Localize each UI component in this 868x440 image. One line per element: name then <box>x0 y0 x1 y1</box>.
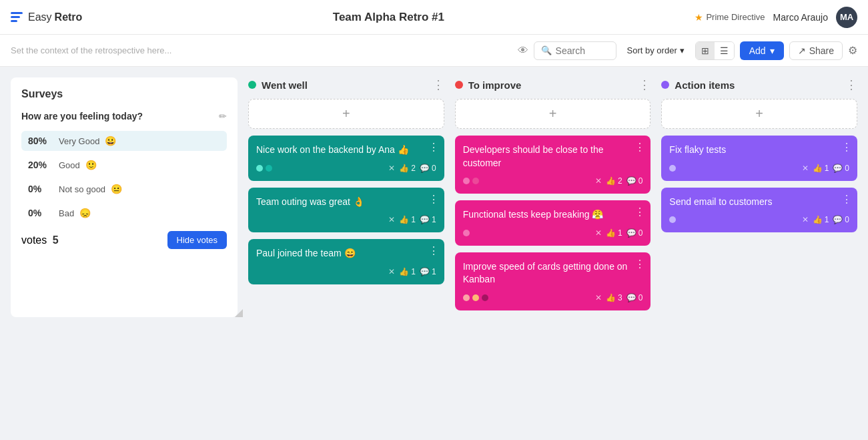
survey-emoji-2: 😐 <box>111 184 122 194</box>
card-dots-7 <box>669 165 676 172</box>
card-comment-4[interactable]: 💬 0 <box>626 176 643 186</box>
card-dots-5 <box>463 230 470 236</box>
card-menu-button-6[interactable]: ⋮ <box>634 258 645 270</box>
card-actions-1: ✕ 👍 2 💬 0 <box>388 164 436 173</box>
card-comment-5[interactable]: 💬 0 <box>626 228 643 238</box>
add-card-button-went-well[interactable]: + <box>248 99 444 129</box>
prime-directive-link[interactable]: ★ Prime Directive <box>695 12 765 23</box>
settings-button[interactable]: ⚙ <box>848 44 857 57</box>
column-menu-button-action-items[interactable]: ⋮ <box>845 77 857 92</box>
column-title-action-items: Action items <box>675 79 735 91</box>
card-menu-button-7[interactable]: ⋮ <box>841 141 852 154</box>
card-close-3[interactable]: ✕ <box>388 267 395 276</box>
card-close-6[interactable]: ✕ <box>595 293 602 302</box>
view-toggle: ⊞ ☰ <box>695 41 735 60</box>
card-3: ⋮ Paul joined the team 😄 ✕ 👍 1 💬 1 <box>248 239 444 284</box>
card-comment-7[interactable]: 💬 0 <box>833 164 849 173</box>
card-like-5[interactable]: 👍 1 <box>606 228 622 238</box>
survey-label-2: Not so good <box>59 184 105 194</box>
comment-icon-6: 💬 <box>626 293 636 302</box>
card-dot-4a <box>463 178 470 184</box>
eye-button[interactable]: 👁 <box>518 45 528 57</box>
votes-row: votes 5 Hide votes <box>21 231 227 249</box>
column-title-row-action-items: Action items <box>661 79 735 91</box>
add-button[interactable]: Add ▾ <box>740 41 784 60</box>
card-footer-8: ✕ 👍 1 💬 0 <box>669 215 849 224</box>
share-button[interactable]: ↗ Share <box>789 41 843 60</box>
card-6: ⋮ Improve speed of cards getting done on… <box>455 252 651 310</box>
column-menu-button-to-improve[interactable]: ⋮ <box>638 77 650 92</box>
card-footer-2: ✕ 👍 1 💬 1 <box>256 215 436 224</box>
survey-emoji-1: 🙂 <box>85 160 97 170</box>
comment-icon-3: 💬 <box>420 267 430 276</box>
view-list-button[interactable]: ☰ <box>715 42 734 59</box>
surveys-title: Surveys <box>21 88 227 100</box>
card-dot-4b <box>472 178 479 184</box>
card-comment-6[interactable]: 💬 0 <box>626 293 643 302</box>
avatar[interactable]: MA <box>836 7 857 28</box>
survey-emoji-3: 😞 <box>79 208 91 218</box>
fold-handle[interactable] <box>235 309 243 317</box>
column-title-went-well: Went well <box>262 79 308 91</box>
card-like-2[interactable]: 👍 1 <box>399 215 416 224</box>
card-comment-1[interactable]: 💬 0 <box>420 164 436 173</box>
card-text-4: Developers should be close to the custom… <box>463 144 643 170</box>
view-grid-button[interactable]: ⊞ <box>696 42 715 59</box>
votes-label: votes <box>21 234 47 246</box>
card-comment-3[interactable]: 💬 1 <box>420 267 436 276</box>
hide-votes-button[interactable]: Hide votes <box>167 231 227 249</box>
card-like-1[interactable]: 👍 2 <box>399 164 416 173</box>
card-close-1[interactable]: ✕ <box>388 164 395 173</box>
card-comment-2[interactable]: 💬 1 <box>420 215 436 224</box>
card-like-6[interactable]: 👍 3 <box>606 293 622 302</box>
survey-label-0: Very Good <box>59 136 99 146</box>
comment-icon-4: 💬 <box>626 176 636 186</box>
context-placeholder[interactable]: Set the context of the retrospective her… <box>11 45 171 55</box>
comment-icon-5: 💬 <box>626 228 636 238</box>
card-like-8[interactable]: 👍 1 <box>813 215 829 224</box>
survey-option-1[interactable]: 20% Good 🙂 <box>21 155 227 175</box>
card-menu-button-1[interactable]: ⋮ <box>428 141 439 154</box>
survey-option-2[interactable]: 0% Not so good 😐 <box>21 179 227 199</box>
edit-icon[interactable]: ✏ <box>219 111 227 122</box>
card-close-8[interactable]: ✕ <box>802 215 809 224</box>
sort-button[interactable]: Sort by order ▾ <box>622 42 690 59</box>
column-dot-went-well <box>248 81 256 89</box>
card-actions-3: ✕ 👍 1 💬 1 <box>388 267 436 276</box>
header-right: ★ Prime Directive Marco Araujo MA <box>695 7 857 28</box>
survey-question: How are you feeling today? <box>21 111 143 122</box>
votes-text: votes 5 <box>21 234 59 246</box>
card-menu-button-2[interactable]: ⋮ <box>428 193 439 206</box>
card-dot-8a <box>669 216 676 223</box>
card-close-7[interactable]: ✕ <box>802 164 809 173</box>
column-header-action-items: Action items ⋮ <box>661 77 857 92</box>
card-text-3: Paul joined the team 😄 <box>256 247 436 260</box>
card-menu-button-8[interactable]: ⋮ <box>841 193 852 206</box>
card-like-3[interactable]: 👍 1 <box>399 267 416 276</box>
card-like-7[interactable]: 👍 1 <box>813 164 829 173</box>
card-dot-6b <box>472 294 479 301</box>
sort-label: Sort by order <box>627 45 677 55</box>
card-text-6: Improve speed of cards getting done on K… <box>463 260 643 286</box>
card-actions-5: ✕ 👍 1 💬 0 <box>595 228 642 238</box>
survey-option-3[interactable]: 0% Bad 😞 <box>21 203 227 223</box>
card-actions-7: ✕ 👍 1 💬 0 <box>802 164 849 173</box>
card-dot-5a <box>463 230 470 236</box>
card-close-5[interactable]: ✕ <box>595 228 602 238</box>
search-icon: 🔍 <box>541 45 552 55</box>
comment-icon-8: 💬 <box>833 215 843 224</box>
search-input[interactable] <box>556 45 609 56</box>
card-menu-button-5[interactable]: ⋮ <box>634 206 645 218</box>
card-menu-button-3[interactable]: ⋮ <box>428 244 439 257</box>
column-menu-button-went-well[interactable]: ⋮ <box>432 77 444 92</box>
card-like-4[interactable]: 👍 2 <box>606 176 622 186</box>
add-card-button-to-improve[interactable]: + <box>455 99 651 129</box>
card-comment-8[interactable]: 💬 0 <box>833 215 849 224</box>
card-menu-button-4[interactable]: ⋮ <box>634 141 645 154</box>
card-close-4[interactable]: ✕ <box>595 176 602 186</box>
add-card-button-action-items[interactable]: + <box>661 99 857 129</box>
subheader: Set the context of the retrospective her… <box>0 35 868 67</box>
surveys-panel: Surveys How are you feeling today? ✏ 80%… <box>11 77 238 317</box>
card-close-2[interactable]: ✕ <box>388 215 395 224</box>
survey-option-0[interactable]: 80% Very Good 😀 <box>21 131 227 151</box>
